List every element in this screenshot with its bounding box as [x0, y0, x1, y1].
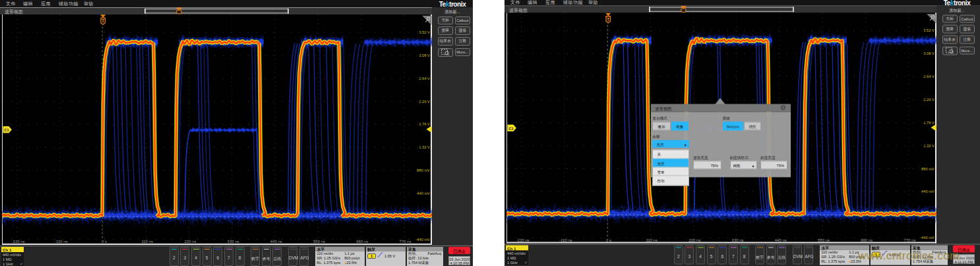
svg-text:2.20 V: 2.20 V: [923, 98, 934, 102]
svg-text:T: T: [102, 18, 105, 23]
svg-text:880 mV: 880 mV: [417, 168, 430, 172]
svg-text:440 mV: 440 mV: [921, 189, 934, 193]
svg-text:440 mV: 440 mV: [417, 191, 430, 195]
svg-text:3.08 V: 3.08 V: [923, 51, 934, 55]
svg-text:1.76 V: 1.76 V: [419, 122, 430, 126]
svg-text:880 mV: 880 mV: [921, 166, 934, 170]
svg-text:3.08 V: 3.08 V: [419, 53, 430, 57]
svg-text:3.52 V: 3.52 V: [923, 28, 934, 32]
svg-text:1.32 V: 1.32 V: [923, 143, 934, 147]
svg-text:3.52 V: 3.52 V: [419, 30, 430, 34]
svg-text:2.20 V: 2.20 V: [419, 99, 430, 103]
svg-text:1.32 V: 1.32 V: [419, 145, 430, 149]
svg-text:C1: C1: [508, 126, 513, 130]
svg-text:C1: C1: [4, 128, 9, 132]
svg-text:T: T: [607, 17, 610, 21]
svg-text:1.76 V: 1.76 V: [923, 120, 934, 124]
svg-text:2.64 V: 2.64 V: [923, 75, 934, 79]
svg-text:2.64 V: 2.64 V: [419, 76, 430, 80]
